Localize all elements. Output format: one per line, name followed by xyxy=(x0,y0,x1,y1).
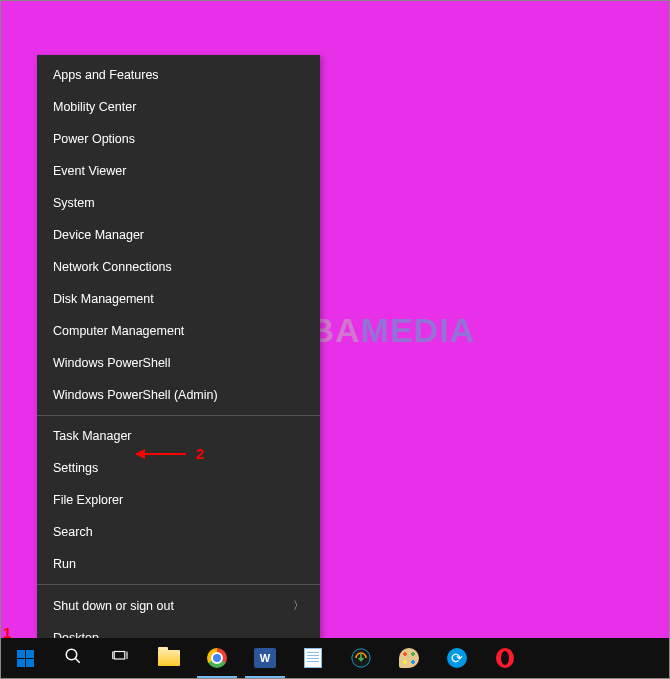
menu-label: Task Manager xyxy=(53,429,132,443)
menu-label: Windows PowerShell (Admin) xyxy=(53,388,218,402)
menu-powershell[interactable]: Windows PowerShell xyxy=(37,347,320,379)
menu-device-manager[interactable]: Device Manager xyxy=(37,219,320,251)
winx-context-menu: Apps and Features Mobility Center Power … xyxy=(37,55,320,658)
taskbar-idm[interactable] xyxy=(337,638,385,678)
folder-icon xyxy=(158,650,180,666)
menu-label: Run xyxy=(53,557,76,571)
menu-label: Computer Management xyxy=(53,324,184,338)
taskbar-file-explorer[interactable] xyxy=(145,638,193,678)
menu-label: Disk Management xyxy=(53,292,154,306)
search-icon xyxy=(64,647,82,669)
menu-computer-management[interactable]: Computer Management xyxy=(37,315,320,347)
menu-system[interactable]: System xyxy=(37,187,320,219)
menu-label: Device Manager xyxy=(53,228,144,242)
chrome-icon xyxy=(207,648,227,668)
paint-palette-icon xyxy=(399,648,419,668)
menu-label: Apps and Features xyxy=(53,68,159,82)
menu-file-explorer[interactable]: File Explorer xyxy=(37,484,320,516)
task-view-icon xyxy=(112,647,130,669)
windows-logo-icon xyxy=(17,650,34,667)
menu-separator xyxy=(37,584,320,585)
menu-label: Power Options xyxy=(53,132,135,146)
menu-label: System xyxy=(53,196,95,210)
download-manager-icon xyxy=(351,648,371,668)
svg-line-1 xyxy=(75,658,80,663)
menu-search[interactable]: Search xyxy=(37,516,320,548)
word-icon: W xyxy=(254,648,276,668)
taskbar-notepad[interactable] xyxy=(289,638,337,678)
taskbar: W ⟳ xyxy=(1,638,669,678)
menu-disk-management[interactable]: Disk Management xyxy=(37,283,320,315)
menu-label: File Explorer xyxy=(53,493,123,507)
menu-shutdown[interactable]: Shut down or sign out 〉 xyxy=(37,589,320,622)
menu-powershell-admin[interactable]: Windows PowerShell (Admin) xyxy=(37,379,320,411)
taskbar-search[interactable] xyxy=(49,638,97,678)
taskbar-word[interactable]: W xyxy=(241,638,289,678)
sync-icon: ⟳ xyxy=(447,648,467,668)
watermark-text-2: MEDIA xyxy=(361,311,476,349)
annotation-1: 1 xyxy=(3,624,11,641)
svg-rect-2 xyxy=(114,652,125,660)
menu-label: Network Connections xyxy=(53,260,172,274)
taskbar-chrome[interactable] xyxy=(193,638,241,678)
menu-network-connections[interactable]: Network Connections xyxy=(37,251,320,283)
taskbar-opera[interactable] xyxy=(481,638,529,678)
opera-icon xyxy=(496,648,514,668)
menu-label: Settings xyxy=(53,461,98,475)
taskbar-paint[interactable] xyxy=(385,638,433,678)
start-button[interactable] xyxy=(1,638,49,678)
menu-mobility-center[interactable]: Mobility Center xyxy=(37,91,320,123)
menu-run[interactable]: Run xyxy=(37,548,320,580)
menu-task-manager[interactable]: Task Manager xyxy=(37,420,320,452)
chevron-right-icon: 〉 xyxy=(293,598,304,613)
menu-label: Event Viewer xyxy=(53,164,126,178)
menu-power-options[interactable]: Power Options xyxy=(37,123,320,155)
taskbar-taskview[interactable] xyxy=(97,638,145,678)
menu-settings[interactable]: Settings xyxy=(37,452,320,484)
menu-label: Shut down or sign out xyxy=(53,599,174,613)
notepad-icon xyxy=(304,648,322,668)
menu-event-viewer[interactable]: Event Viewer xyxy=(37,155,320,187)
taskbar-sync[interactable]: ⟳ xyxy=(433,638,481,678)
menu-label: Mobility Center xyxy=(53,100,136,114)
svg-point-0 xyxy=(66,649,77,660)
menu-separator xyxy=(37,415,320,416)
menu-apps-features[interactable]: Apps and Features xyxy=(37,59,320,91)
menu-label: Windows PowerShell xyxy=(53,356,170,370)
menu-label: Search xyxy=(53,525,93,539)
